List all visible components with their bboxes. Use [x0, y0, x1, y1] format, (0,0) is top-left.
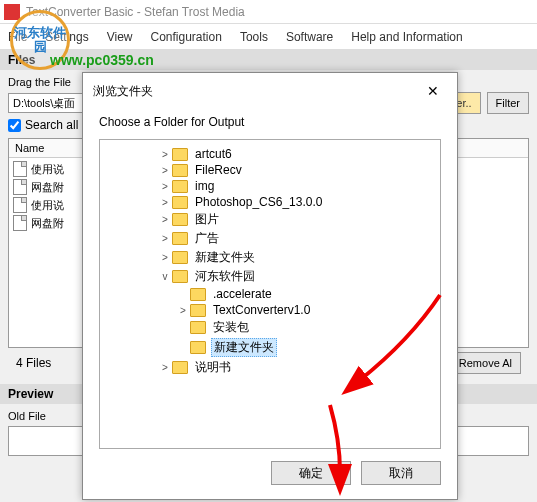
file-count: 4 Files [16, 356, 51, 370]
file-icon [13, 197, 27, 213]
folder-icon [190, 304, 206, 317]
folder-icon [172, 270, 188, 283]
files-section-header: Files [0, 50, 537, 70]
menu-help[interactable]: Help and Information [351, 30, 462, 44]
tree-item-label: FileRecv [193, 163, 244, 177]
close-button[interactable]: ✕ [419, 81, 447, 101]
expander-icon[interactable]: > [158, 233, 172, 244]
tree-item-label: 说明书 [193, 359, 233, 376]
tree-item[interactable]: >图片 [104, 210, 436, 229]
folder-icon [172, 148, 188, 161]
tree-item[interactable]: .accelerate [104, 286, 436, 302]
tree-item-label: img [193, 179, 216, 193]
tree-item-label: artcut6 [193, 147, 234, 161]
tree-item-label: 新建文件夹 [211, 338, 277, 357]
folder-icon [172, 361, 188, 374]
tree-item[interactable]: >artcut6 [104, 146, 436, 162]
folder-icon [172, 164, 188, 177]
ok-button[interactable]: 确定 [271, 461, 351, 485]
tree-item-label: TextConverterv1.0 [211, 303, 312, 317]
tree-item[interactable]: 新建文件夹 [104, 337, 436, 358]
expander-icon[interactable]: > [158, 165, 172, 176]
tree-item-label: 河东软件园 [193, 268, 257, 285]
tree-item[interactable]: >新建文件夹 [104, 248, 436, 267]
dialog-title: 浏览文件夹 [93, 83, 153, 100]
menu-file[interactable]: File [8, 30, 27, 44]
file-icon [13, 215, 27, 231]
browse-folder-dialog: 浏览文件夹 ✕ Choose a Folder for Output >artc… [82, 72, 458, 500]
file-icon [13, 161, 27, 177]
tree-item-label: 安装包 [211, 319, 251, 336]
tree-item[interactable]: >Photoshop_CS6_13.0.0 [104, 194, 436, 210]
tree-item-label: 新建文件夹 [193, 249, 257, 266]
tree-item-label: Photoshop_CS6_13.0.0 [193, 195, 324, 209]
app-icon [4, 4, 20, 20]
window-title-bar: TextConverter Basic - Stefan Trost Media [0, 0, 537, 24]
filter-button[interactable]: Filter [487, 92, 529, 114]
tree-item[interactable]: >TextConverterv1.0 [104, 302, 436, 318]
cancel-button[interactable]: 取消 [361, 461, 441, 485]
folder-icon [190, 321, 206, 334]
menu-software[interactable]: Software [286, 30, 333, 44]
tree-item-label: 图片 [193, 211, 221, 228]
expander-icon[interactable]: > [158, 252, 172, 263]
search-all-checkbox[interactable] [8, 119, 21, 132]
tree-item-label: .accelerate [211, 287, 274, 301]
folder-icon [172, 180, 188, 193]
menu-settings[interactable]: Settings [45, 30, 88, 44]
tree-item[interactable]: >img [104, 178, 436, 194]
expander-icon[interactable]: > [158, 197, 172, 208]
tree-item[interactable]: >广告 [104, 229, 436, 248]
expander-icon[interactable]: v [158, 271, 172, 282]
folder-tree[interactable]: >artcut6>FileRecv>img>Photoshop_CS6_13.0… [99, 139, 441, 449]
folder-icon [172, 213, 188, 226]
expander-icon[interactable]: > [158, 181, 172, 192]
folder-icon [172, 196, 188, 209]
window-title: TextConverter Basic - Stefan Trost Media [26, 5, 245, 19]
expander-icon[interactable]: > [158, 214, 172, 225]
folder-icon [172, 232, 188, 245]
expander-icon[interactable]: > [176, 305, 190, 316]
file-icon [13, 179, 27, 195]
tree-item[interactable]: 安装包 [104, 318, 436, 337]
menu-bar: File Settings View Configuration Tools S… [0, 24, 537, 50]
dialog-subtitle: Choose a Folder for Output [83, 109, 457, 139]
expander-icon[interactable]: > [158, 149, 172, 160]
tree-item[interactable]: >FileRecv [104, 162, 436, 178]
menu-view[interactable]: View [107, 30, 133, 44]
folder-icon [172, 251, 188, 264]
drag-label: Drag the File [8, 76, 71, 88]
menu-configuration[interactable]: Configuration [151, 30, 222, 44]
menu-tools[interactable]: Tools [240, 30, 268, 44]
expander-icon[interactable]: > [158, 362, 172, 373]
folder-icon [190, 341, 206, 354]
folder-icon [190, 288, 206, 301]
search-all-label: Search all [25, 118, 78, 132]
tree-item-label: 广告 [193, 230, 221, 247]
remove-all-button[interactable]: Remove Al [450, 352, 521, 374]
tree-item[interactable]: v河东软件园 [104, 267, 436, 286]
tree-item[interactable]: >说明书 [104, 358, 436, 377]
